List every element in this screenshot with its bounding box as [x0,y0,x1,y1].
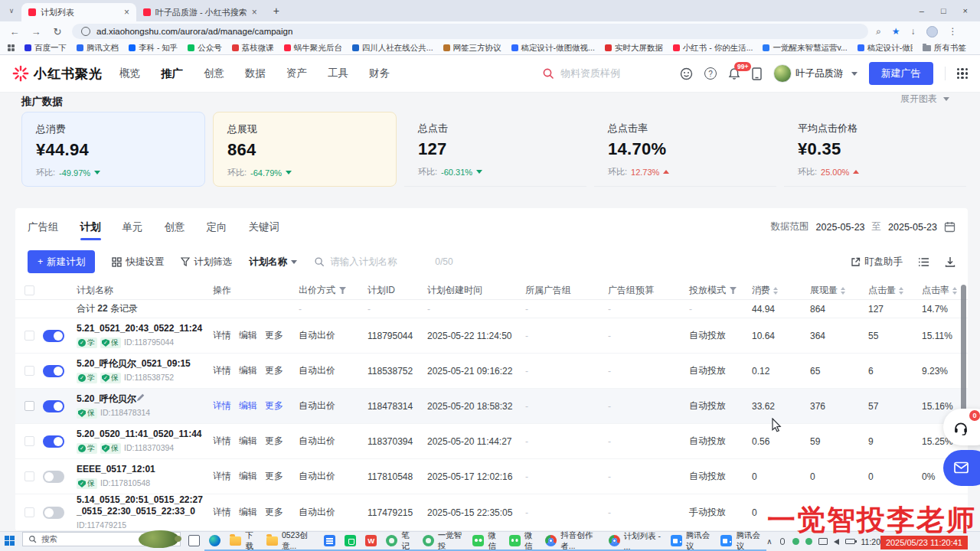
bookmark-item[interactable]: 四川人社在线公共... [352,43,433,54]
zoom-icon[interactable]: ⌕ [876,26,881,37]
bookmark-item[interactable]: 小红书 - 你的生活... [673,43,753,54]
address-bar[interactable]: ad.xiaohongshu.com/aurora/ad/manage/camp… [72,24,868,39]
app-logo[interactable]: 小红书聚光 [12,65,103,83]
plan-search-input[interactable] [330,256,430,267]
bookmark-item[interactable]: 腾讯文档 [77,43,119,54]
row-checkbox[interactable] [24,436,34,446]
forward-icon[interactable]: → [29,26,43,37]
column-settings-icon[interactable] [918,257,929,267]
action-link[interactable]: 详情 [213,329,231,342]
nav-item-工具[interactable]: 工具 [328,67,348,81]
taskbar-item-wechat[interactable]: 微信 [468,532,504,551]
tab-创意[interactable]: 创意 [165,220,185,234]
tab-广告组[interactable]: 广告组 [28,220,59,234]
tab-关键词[interactable]: 关键词 [249,220,280,234]
plan-row[interactable]: 5.20_呼伦贝尔 ✓保ID:118478314详情编辑更多自动出价118478… [15,389,968,424]
action-link[interactable]: 更多 [265,435,283,448]
new-plan-button[interactable]: + 新建计划 [28,250,95,273]
bookmark-item[interactable]: 蜗牛聚光后台 [284,43,342,54]
message-button[interactable] [943,450,980,486]
bookmark-item[interactable]: 百度一下 [24,43,67,54]
nav-item-数据[interactable]: 数据 [245,67,266,81]
tab-close-icon[interactable]: × [252,7,257,18]
browser-tab[interactable]: 叶子品质游 - 小红书搜索× [136,3,264,21]
site-info-icon[interactable] [81,27,90,36]
plan-row[interactable]: 5.20_0520_11:41_0520_11:44✓学✓保ID:1183703… [15,424,968,459]
plan-name[interactable]: 5.20_0520_11:41_0520_11:44 [77,429,202,439]
action-link[interactable]: 更多 [265,470,283,483]
back-icon[interactable]: ← [8,26,21,37]
taskbar-item-wps[interactable]: W [361,532,381,551]
plan-name[interactable]: 5.21_0521_20:43_0522_11:24 [77,323,202,334]
action-link[interactable]: 更多 [265,506,283,519]
feedback-smiley-icon[interactable] [680,67,693,80]
action-link[interactable]: 更多 [265,329,283,342]
taskbar-item-edge[interactable] [204,532,225,551]
action-link[interactable]: 详情 [213,435,231,448]
action-link[interactable]: 详情 [213,364,231,377]
action-link[interactable]: 详情 [213,399,231,412]
tab-计划[interactable]: 计划 [80,220,101,240]
new-tab-button[interactable]: + [269,3,284,18]
download-icon[interactable] [945,256,956,267]
date-start[interactable]: 2025-05-23 [816,222,865,233]
plan-toggle[interactable] [43,365,64,377]
bookmark-item[interactable]: 稿定设计-做图做视... [511,43,595,54]
edit-name-icon[interactable] [136,393,145,402]
plan-row[interactable]: 5.20_呼伦贝尔_0521_09:15✓学✓保ID:118538752详情编辑… [15,354,968,389]
filter-icon[interactable] [730,287,737,294]
taskbar-search[interactable]: 搜索 [22,532,181,546]
browser-tab[interactable]: 计划列表× [21,3,136,21]
window-minimize-icon[interactable]: – [920,6,924,15]
customer-service-button[interactable]: 0 [943,409,980,445]
taskbar-item-yijue-app[interactable]: 一觉智投 [418,532,469,551]
action-link[interactable]: 编辑 [239,435,257,448]
row-checkbox[interactable] [24,471,34,481]
plan-filter-button[interactable]: 计划筛选 [181,256,232,269]
downloads-icon[interactable]: ↓ [911,26,916,37]
apps-shortcut-icon[interactable] [8,44,15,51]
notification-bell-icon[interactable]: 99+ [728,67,740,80]
row-checkbox[interactable] [24,401,34,411]
quick-settings-button[interactable]: 快捷设置 [112,256,164,269]
plan-toggle[interactable] [43,330,64,342]
nav-item-创意[interactable]: 创意 [204,67,224,81]
row-checkbox[interactable] [24,331,34,341]
action-link[interactable]: 详情 [213,470,231,483]
new-ad-button[interactable]: 新建广告 [869,62,933,85]
action-link[interactable]: 编辑 [239,399,257,412]
filter-icon[interactable] [339,287,346,294]
window-maximize-icon[interactable]: □ [941,6,946,15]
bookmark-item[interactable]: 公众号 [188,43,222,54]
window-close-icon[interactable]: × [963,6,968,15]
row-checkbox[interactable] [24,366,34,376]
sort-icon[interactable] [899,287,903,295]
bookmark-item[interactable]: 网签三方协议 [443,43,501,54]
bookmark-item[interactable]: 李科 - 知乎 [129,43,178,54]
start-button[interactable] [0,532,19,551]
account-menu[interactable]: 叶子品质游 [773,64,858,83]
plan-row[interactable]: 5.21_0521_20:43_0522_11:24✓学✓保ID:1187950… [15,318,968,354]
nav-item-资产[interactable]: 资产 [286,67,307,81]
sort-icon[interactable] [841,287,845,295]
nav-item-概览[interactable]: 概览 [119,67,140,81]
taskbar-item-tencent-meeting[interactable]: 腾讯会议 [716,532,766,551]
plan-search[interactable]: 0/50 [314,256,490,267]
plan-name[interactable]: EEEE_0517_12:01 [77,464,155,474]
plan-name[interactable]: 5.14_0515_20:51_0515_22:27_0515_22:30_05… [77,494,203,517]
expand-chart-toggle[interactable]: 展开图表 [900,93,949,106]
reload-icon[interactable]: ↻ [51,26,64,37]
action-link[interactable]: 编辑 [239,506,257,519]
tab-close-icon[interactable]: × [124,7,129,18]
action-link[interactable]: 更多 [265,399,283,412]
header-search[interactable]: 物料资质样例 [542,67,668,80]
plan-toggle[interactable] [43,507,64,519]
nav-item-推广[interactable]: 推广 [161,67,183,81]
sort-icon[interactable] [952,287,957,295]
plan-toggle[interactable] [43,400,64,412]
help-icon[interactable]: ? [704,67,717,80]
monitor-helper-button[interactable]: 盯盘助手 [851,256,903,269]
taskbar-item-note-app[interactable]: 笔记 [381,532,417,551]
taskbar-item-tencent-docs[interactable] [319,532,340,551]
taskbar-item-downloads-folder[interactable]: 下载 [225,532,261,551]
